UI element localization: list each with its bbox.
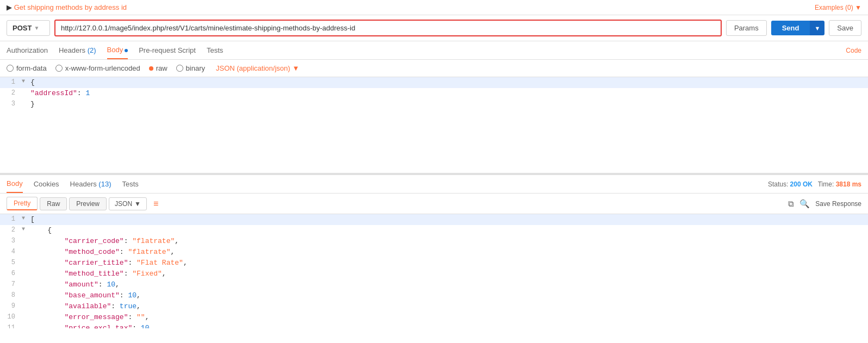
code-line-2: 2 "addressId": 1 (0, 88, 868, 99)
resp-line-11: 11 "price_excl_tax": 10, (0, 323, 868, 328)
body-dot (125, 49, 128, 52)
resp-line-3: 3 "carrier_code": "flatrate", (0, 236, 868, 247)
json-format-chevron-icon: ▼ (134, 200, 141, 208)
preview-button[interactable]: Preview (69, 197, 107, 210)
request-tabs-bar: Authorization Headers (2) Body Pre-reque… (0, 41, 868, 60)
status-value: 200 OK (790, 180, 813, 188)
binary-option[interactable]: binary (176, 64, 205, 72)
top-bar: ▶ Get shipping methods by address id Exa… (0, 0, 868, 15)
json-format-selector[interactable]: JSON ▼ (109, 197, 147, 210)
tab-tests[interactable]: Tests (207, 42, 223, 59)
resp-tab-cookies[interactable]: Cookies (34, 176, 59, 192)
send-button[interactable]: Send (771, 21, 810, 35)
response-code-area: 1 ▼ [ 2 ▼ { 3 "carrier_code": "flatrate"… (0, 214, 868, 328)
time-label: Time: (818, 180, 836, 188)
search-icon[interactable]: 🔍 (799, 199, 810, 209)
send-dropdown-button[interactable]: ▼ (810, 21, 824, 35)
resp-line-4: 4 "method_code": "flatrate", (0, 247, 868, 258)
save-button[interactable]: Save (829, 20, 861, 36)
response-toolbar: Pretty Raw Preview JSON ▼ ≡ ⧉ 🔍 Save Res… (0, 194, 868, 214)
params-button[interactable]: Params (726, 20, 767, 36)
pretty-button[interactable]: Pretty (7, 197, 38, 210)
tab-prerequest[interactable]: Pre-request Script (139, 42, 196, 59)
resp-line-5: 5 "carrier_title": "Flat Rate", (0, 258, 868, 269)
resp-line-10: 10 "error_message": "", (0, 312, 868, 323)
method-chevron-icon: ▼ (34, 25, 39, 31)
save-response-button[interactable]: Save Response (815, 200, 861, 208)
status-label: Status: (768, 180, 790, 188)
json-type-selector[interactable]: JSON (application/json) ▼ (216, 64, 299, 72)
tab-body[interactable]: Body (107, 41, 128, 59)
raw-dot-icon (149, 66, 153, 71)
resp-tab-body[interactable]: Body (7, 175, 23, 193)
response-right-actions: ⧉ 🔍 Save Response (788, 199, 861, 209)
method-select[interactable]: POST ▼ (7, 20, 50, 36)
response-tabs-bar: Body Cookies Headers (13) Tests Status: … (0, 175, 868, 194)
examples-button[interactable]: Examples (0) ▼ (815, 4, 861, 11)
resp-line-8: 8 "base_amount": 10, (0, 290, 868, 301)
wrap-icon[interactable]: ≡ (153, 199, 158, 209)
code-line-3: 3 } (0, 99, 868, 110)
body-options: form-data x-www-form-urlencoded raw bina… (0, 60, 868, 77)
tab-headers[interactable]: Headers (2) (59, 42, 96, 59)
resp-line-7: 7 "amount": 10, (0, 279, 868, 290)
response-section: Body Cookies Headers (13) Tests Status: … (0, 175, 868, 328)
resp-line-9: 9 "available": true, (0, 301, 868, 312)
raw-option[interactable]: raw (149, 64, 168, 72)
form-data-option[interactable]: form-data (7, 64, 47, 72)
url-input[interactable] (54, 20, 722, 36)
url-encoded-option[interactable]: x-www-form-urlencoded (55, 64, 140, 72)
url-bar: POST ▼ Params Send ▼ Save (0, 15, 868, 41)
request-title: ▶ Get shipping methods by address id (7, 3, 815, 11)
time-value: 3818 ms (836, 180, 861, 188)
response-status: Status: 200 OK Time: 3818 ms (768, 180, 861, 188)
resp-line-6: 6 "method_title": "Fixed", (0, 269, 868, 279)
method-label: POST (13, 24, 32, 32)
copy-icon[interactable]: ⧉ (788, 199, 794, 209)
code-link[interactable]: Code (846, 47, 861, 54)
json-chevron-icon: ▼ (293, 64, 300, 72)
resp-line-2: 2 ▼ { (0, 225, 868, 236)
send-button-group: Send ▼ (771, 21, 825, 35)
resp-tab-tests[interactable]: Tests (122, 176, 138, 192)
request-code-editor: 1 ▼ { 2 "addressId": 1 3 } (0, 77, 868, 175)
resp-tab-headers[interactable]: Headers (13) (70, 176, 111, 192)
code-line-1: 1 ▼ { (0, 77, 868, 88)
raw-button[interactable]: Raw (40, 197, 67, 210)
tab-authorization[interactable]: Authorization (7, 42, 48, 59)
resp-line-1: 1 ▼ [ (0, 214, 868, 225)
